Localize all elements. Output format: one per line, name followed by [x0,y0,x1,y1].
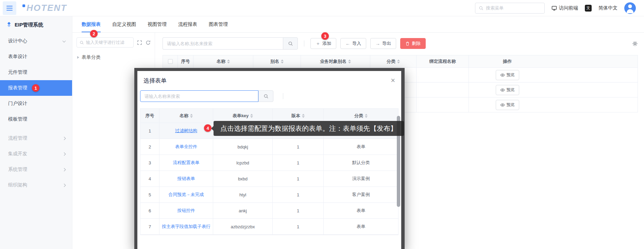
cell-version: 1 [273,171,324,187]
header-filler [546,55,638,68]
header-alias[interactable]: 别名 [253,55,301,68]
tree-filter-input[interactable] [86,40,131,45]
preview-button[interactable]: 预览 [496,70,519,80]
chevron-right-icon [63,152,66,156]
modal-search-box[interactable] [140,90,273,102]
cell-form-key: ankj [213,203,273,219]
tab-custom-view[interactable]: 自定义视图 [112,16,136,32]
header-bo-alias[interactable]: 业务对象别名 [301,55,370,68]
visit-frontend-label: 访问前端 [559,5,578,11]
search-icon [264,94,269,99]
tree-node-form-category[interactable]: 表单分类 [77,54,151,60]
sidebar-item-org-structure[interactable]: 组织架构 [0,177,72,193]
sidebar-item-integration-dev[interactable]: 集成开发 [0,146,72,162]
language-toggle-icon[interactable]: 文 [585,5,592,12]
close-icon[interactable]: × [391,77,395,84]
menu-search-input[interactable] [486,5,546,11]
sidebar-item-form-design[interactable]: 表单设计 [0,49,72,65]
sidebar-item-label: 流程管理 [8,135,27,141]
header-index: 序号 [178,55,193,68]
cell-index: 3 [140,155,159,171]
form-link[interactable]: 过滤树结构 [175,128,197,134]
cell-category: 表单 [324,139,398,155]
sort-icon[interactable] [250,114,253,118]
table-row[interactable]: 7 按主表字段值加载子表行 azbzdzjzzbx 1 表单 [140,219,398,235]
table-row[interactable]: 3 流程配置表单 lcpzbd 1 默认分类 [140,155,398,171]
chevron-right-icon [63,137,66,140]
form-link[interactable]: 按主表字段值加载子表行 [162,224,210,230]
sidebar-item-template-management[interactable]: 模板管理 [0,111,72,127]
hamburger-menu-button[interactable] [3,1,16,15]
sidebar-item-label: 元件管理 [8,69,27,75]
sort-icon[interactable] [227,59,230,64]
sort-icon[interactable] [348,59,351,64]
preview-button[interactable]: 预览 [496,100,519,110]
header-category[interactable]: 分类 [370,55,417,68]
sidebar-item-portal-design[interactable]: 门户设计 [0,96,72,111]
form-link[interactable]: 按钮控件 [177,208,195,214]
form-link[interactable]: 合同预览－未完成 [169,192,204,198]
preview-button[interactable]: 预览 [496,85,519,95]
tab-chart-management[interactable]: 图表管理 [209,16,228,32]
sidebar-item-system-management[interactable]: 系统管理 [0,162,72,177]
sidebar-item-process-management[interactable]: 流程管理 [0,130,72,146]
list-search-input[interactable] [163,37,283,50]
delete-button[interactable]: 删除 [400,38,426,49]
sidebar-menu: 设计中心 表单设计 元件管理 报表管理 1 门户设计 模板管理 流程管理 [0,33,72,193]
sidebar-item-label: 模板管理 [8,116,27,122]
table-row[interactable]: 4 报销表单 bxbd 1 演示案例 [140,171,398,187]
modal-search-input[interactable] [140,90,258,102]
cell-form-key: bxbd [213,171,273,187]
tab-data-report[interactable]: 数据报表 [82,16,101,32]
list-search-box[interactable] [163,37,298,50]
sidebar-item-component-management[interactable]: 元件管理 [0,65,72,80]
header-name[interactable]: 名称 [193,55,253,68]
form-link[interactable]: 流程配置表单 [173,160,200,166]
language-label[interactable]: 简体中文 [598,5,617,11]
sort-icon[interactable] [397,59,400,64]
report-table-header: 序号 名称 别名 业务对象别名 分类 绑定流程名称 操作 [163,55,638,68]
tab-view-management[interactable]: 视图管理 [148,16,167,32]
select-all-checkbox[interactable] [168,59,173,64]
tree-filter-box[interactable] [77,37,134,48]
tab-process-report[interactable]: 流程报表 [178,16,197,32]
form-link[interactable]: 表单全控件 [175,144,197,150]
table-row[interactable]: 5 合同预览－未完成 htyl 1 客户案例 [140,187,398,203]
add-button[interactable]: ＋ 添加 [310,38,336,49]
chevron-right-icon [63,168,66,171]
sidebar-item-design-center[interactable]: 设计中心 [0,33,72,49]
search-button[interactable] [283,37,298,50]
sort-icon[interactable] [190,114,193,118]
refresh-icon[interactable] [146,40,151,45]
expand-icon[interactable] [137,40,142,45]
user-avatar[interactable] [624,2,636,14]
menu-search-box[interactable] [475,3,545,14]
diamond-logo-icon [6,22,12,28]
sort-icon[interactable] [365,114,368,118]
import-button[interactable]: ← 导入 [340,38,366,49]
tab-bar: 数据报表 自定义视图 视图管理 流程报表 图表管理 [72,16,644,33]
modal-search-button[interactable] [258,90,273,102]
cell-category: 表单 [324,203,398,219]
select-form-modal-frame: 选择表单 × 序号 名称 表单key 版本 分类 [134,68,405,249]
table-row[interactable]: 2 表单全控件 bdqkj 1 表单 [140,139,398,155]
cell-index: 7 [140,219,159,235]
sidebar-item-label: 门户设计 [8,101,27,107]
sidebar: EIP管理系统 设计中心 表单设计 元件管理 报表管理 1 门户设计 模板管理 [0,16,72,249]
header-name[interactable]: 名称 [159,109,213,123]
form-link[interactable]: 报销表单 [177,176,195,182]
cell-version: 1 [273,187,324,203]
export-button[interactable]: → 导出 [370,38,396,49]
caret-right-icon [77,56,79,59]
cell-version: 1 [273,155,324,171]
sidebar-item-report-management[interactable]: 报表管理 1 [0,80,72,96]
sort-icon[interactable] [302,114,305,118]
cell-category: 默认分类 [324,155,398,171]
table-row[interactable]: 6 按钮控件 ankj 1 表单 [140,203,398,219]
visit-frontend-button[interactable]: 访问前端 [552,5,578,11]
annotation-tooltip: 点击选择需配置为数据报表的表单。注：表单须先【发布】 [214,121,404,136]
chevron-down-icon [63,39,66,42]
cell-version: 1 [273,139,324,155]
gear-icon[interactable] [632,41,638,47]
sort-icon[interactable] [281,59,284,64]
